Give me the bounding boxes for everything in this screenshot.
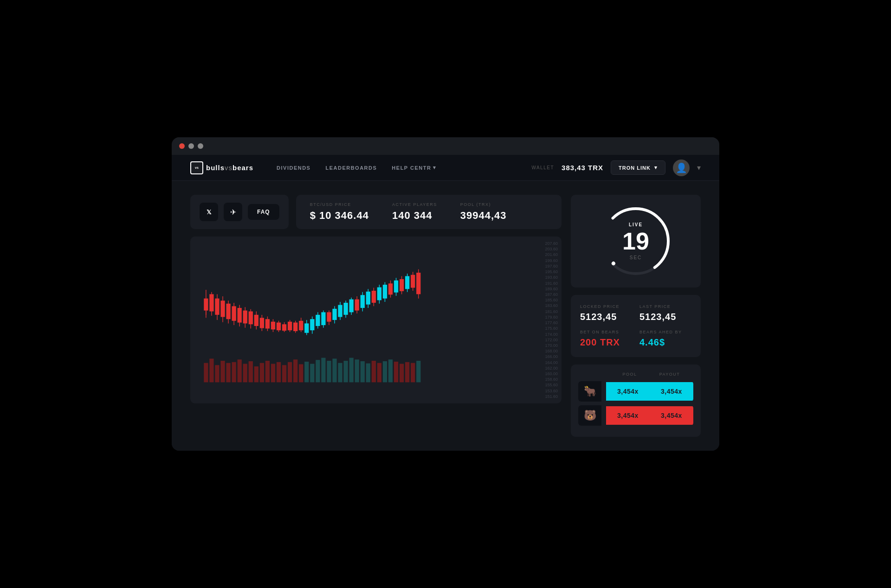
- navbar: vs bullsvsbears DIVIDENDS LEADERBOARDS H…: [172, 155, 719, 181]
- svg-rect-71: [288, 322, 292, 331]
- svg-rect-40: [204, 299, 208, 311]
- svg-rect-12: [271, 364, 275, 383]
- maximize-dot[interactable]: [198, 143, 203, 149]
- svg-rect-5: [232, 362, 236, 383]
- stat-pool: POOL (TRX) 39944,43: [460, 202, 507, 222]
- svg-rect-31: [377, 363, 381, 383]
- timer-circle: LIVE 19 SEC: [599, 204, 673, 278]
- timer-sec-label: SEC: [622, 255, 649, 260]
- svg-rect-43: [209, 294, 213, 311]
- svg-rect-24: [338, 363, 342, 383]
- bull-icon: 🐂: [578, 381, 601, 402]
- telegram-button[interactable]: ✈: [224, 203, 242, 221]
- stat-pool-value: 39944,43: [460, 210, 507, 222]
- right-panel: LIVE 19 SEC LOCKED PRICE 5123,45 LAST PR…: [571, 195, 701, 437]
- locked-price-value: 5123,45: [580, 312, 632, 322]
- logo[interactable]: vs bullsvsbears: [190, 161, 253, 174]
- svg-rect-75: [299, 321, 303, 330]
- svg-rect-73: [293, 323, 297, 332]
- svg-rect-27: [355, 359, 359, 382]
- help-chevron-icon: ▾: [433, 165, 437, 171]
- chart-container: 207.60 203.60 201.60 199.60 197.60 195.6…: [190, 236, 562, 403]
- stat-pool-label: POOL (TRX): [460, 202, 507, 207]
- svg-rect-33: [388, 359, 393, 382]
- last-price-label: LAST PRICE: [639, 304, 691, 309]
- bet-bears-value: 200 TRX: [580, 337, 632, 348]
- tron-link-button[interactable]: TRON LINK ▾: [611, 160, 665, 175]
- svg-rect-79: [310, 319, 314, 330]
- close-dot[interactable]: [179, 143, 185, 149]
- svg-rect-115: [411, 275, 415, 288]
- svg-rect-2: [215, 365, 219, 382]
- svg-rect-0: [204, 363, 208, 383]
- svg-rect-30: [372, 361, 376, 382]
- svg-rect-117: [416, 273, 420, 294]
- main-content: 𝕏 ✈ FAQ BTC/USD PRICE $ 10 346.44: [172, 181, 719, 451]
- last-price-item: LAST PRICE 5123,45: [639, 304, 691, 322]
- browser-titlebar: [172, 137, 719, 155]
- bear-payout-value: 3,454x: [650, 406, 693, 425]
- wallet-label: WALLET: [531, 165, 554, 170]
- nav-dividends[interactable]: DIVIDENDS: [277, 165, 310, 171]
- social-box: 𝕏 ✈ FAQ: [190, 195, 289, 229]
- bear-pool-value: 3,454x: [606, 406, 650, 425]
- svg-rect-113: [405, 276, 409, 289]
- svg-rect-23: [332, 358, 336, 382]
- bull-payout-value: 3,454x: [650, 382, 693, 401]
- timer-number: 19: [622, 229, 649, 253]
- svg-rect-93: [349, 300, 354, 313]
- nav-help[interactable]: HELP CENTR ▾: [392, 165, 437, 171]
- last-price-value: 5123,45: [639, 312, 691, 322]
- svg-rect-69: [282, 324, 286, 331]
- svg-rect-107: [388, 283, 393, 294]
- tron-chevron-icon: ▾: [654, 165, 658, 171]
- logo-text: bullsvsbears: [206, 164, 253, 172]
- svg-rect-99: [366, 292, 370, 305]
- svg-rect-26: [349, 358, 354, 383]
- svg-rect-25: [343, 361, 348, 382]
- svg-rect-38: [416, 361, 420, 382]
- locked-price-item: LOCKED PRICE 5123,45: [580, 304, 632, 322]
- stat-active-players-value: 140 344: [392, 210, 437, 222]
- twitter-button[interactable]: 𝕏: [200, 203, 218, 221]
- svg-rect-47: [220, 300, 225, 317]
- browser-window: vs bullsvsbears DIVIDENDS LEADERBOARDS H…: [172, 137, 719, 451]
- svg-rect-17: [299, 364, 303, 382]
- pool-header-pool: POOL: [610, 372, 650, 377]
- svg-rect-63: [265, 319, 270, 328]
- timer-box: LIVE 19 SEC: [571, 195, 701, 288]
- svg-rect-34: [394, 362, 398, 382]
- svg-rect-9: [254, 366, 258, 382]
- svg-rect-83: [321, 312, 325, 325]
- telegram-icon: ✈: [230, 208, 236, 217]
- svg-rect-19: [310, 364, 314, 383]
- svg-rect-97: [361, 295, 365, 308]
- svg-rect-53: [238, 308, 242, 323]
- svg-rect-67: [277, 323, 281, 331]
- svg-rect-65: [271, 322, 275, 330]
- svg-rect-13: [277, 362, 281, 383]
- minimize-dot[interactable]: [188, 143, 194, 149]
- svg-rect-1: [209, 358, 213, 382]
- svg-rect-105: [383, 285, 387, 299]
- faq-button[interactable]: FAQ: [248, 204, 279, 220]
- top-bar: 𝕏 ✈ FAQ BTC/USD PRICE $ 10 346.44: [190, 195, 562, 229]
- svg-rect-85: [327, 312, 331, 321]
- svg-rect-49: [226, 304, 230, 319]
- svg-rect-21: [321, 358, 325, 383]
- nav-leaderboards[interactable]: LEADERBOARDS: [325, 165, 377, 171]
- svg-rect-15: [288, 362, 292, 383]
- timer-live-label: LIVE: [622, 222, 649, 227]
- avatar[interactable]: 👤: [673, 160, 690, 176]
- svg-rect-7: [243, 364, 247, 383]
- candlestick-chart: [200, 246, 552, 394]
- svg-rect-81: [316, 315, 320, 326]
- pool-row-bear: 🐻 3,454x 3,454x: [578, 405, 693, 426]
- user-chevron-icon: ▾: [697, 163, 701, 172]
- bull-pool-value: 3,454x: [606, 382, 650, 401]
- svg-rect-51: [232, 306, 236, 321]
- pool-header-payout: PAYOUT: [650, 372, 690, 377]
- svg-rect-37: [411, 363, 415, 383]
- svg-rect-45: [215, 299, 219, 315]
- svg-rect-101: [372, 291, 376, 303]
